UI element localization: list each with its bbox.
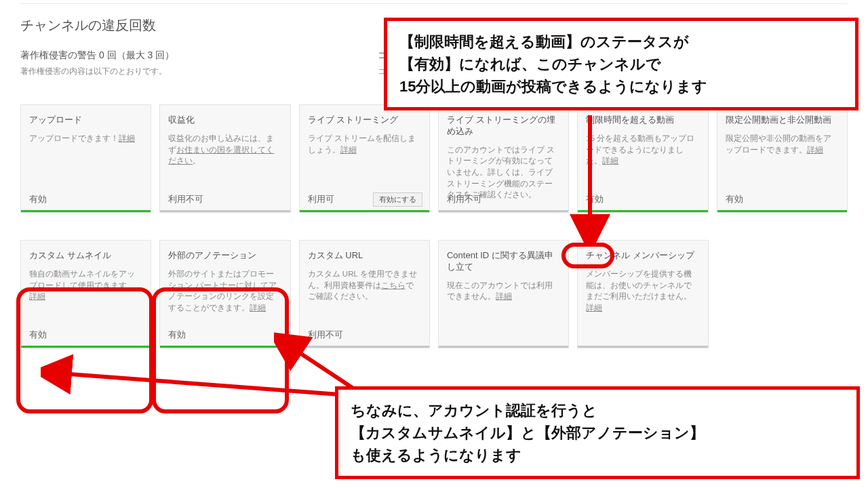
card-title: 収益化 bbox=[168, 115, 281, 126]
status-bar bbox=[717, 210, 847, 212]
card-title: Content ID に関する異議申し立て bbox=[447, 250, 560, 273]
card-upload: アップロード アップロードできます！詳細 有効 bbox=[20, 104, 151, 213]
card-title: ライブ ストリーミング bbox=[308, 115, 421, 126]
svg-line-2 bbox=[285, 343, 355, 390]
card-content-id-dispute: Content ID に関する異議申し立て 現在このアカウントでは利用できません… bbox=[438, 240, 569, 348]
card-live-embed: ライブ ストリーミングの埋め込み このアカウントではライブ ストリーミングが有効… bbox=[438, 104, 569, 213]
card-live-streaming: ライブ ストリーミング ライブ ストリームを配信しましょう。詳細 利用可 有効に… bbox=[299, 104, 430, 213]
card-desc: アップロードできます！詳細 bbox=[29, 133, 142, 144]
card-desc: 収益化のお申し込みには、まずお住まいの国を選択してください。 bbox=[168, 133, 281, 167]
card-status: 有効 bbox=[726, 194, 743, 205]
details-link[interactable]: 詳細 bbox=[496, 292, 512, 300]
card-title: 限定公開動画と非公開動画 bbox=[726, 115, 839, 126]
card-desc-tail: 。 bbox=[193, 157, 201, 165]
kochira-link[interactable]: こちら bbox=[381, 281, 406, 289]
page-root: チャンネルの違反回数 著作権侵害の警告 0 回（最大 3 回） 著作権侵害の内容… bbox=[0, 0, 868, 488]
card-desc: ライブ ストリームを配信しましょう。詳細 bbox=[308, 133, 421, 155]
status-bar bbox=[21, 210, 151, 212]
details-link[interactable]: 詳細 bbox=[119, 134, 135, 142]
annotation-callout-bottom: ちなみに、アカウント認証を行うと 【カスタムサムネイル】と【外部アノテーション】… bbox=[335, 386, 860, 479]
enable-button[interactable]: 有効にする bbox=[373, 192, 422, 207]
card-status: 利用不可 bbox=[168, 194, 203, 205]
details-link[interactable]: 詳細 bbox=[586, 304, 602, 312]
card-desc: 現在このアカウントでは利用できません。詳細 bbox=[447, 280, 560, 302]
highlight-box-enabled-status bbox=[561, 243, 614, 268]
country-link[interactable]: お住まいの国を選択してください bbox=[168, 146, 274, 165]
status-bar bbox=[439, 210, 568, 212]
card-title: カスタム URL bbox=[308, 250, 421, 262]
copyright-sub: 著作権侵害の内容は以下のとおりです。 bbox=[20, 66, 174, 77]
feature-cards-row1: アップロード アップロードできます！詳細 有効 収益化 収益化のお申し込みには、… bbox=[20, 104, 848, 213]
details-link[interactable]: 詳細 bbox=[340, 146, 357, 154]
status-bar bbox=[160, 210, 290, 212]
card-desc: 限定公開や非公開の動画をアップロードできます。詳細 bbox=[726, 133, 839, 155]
card-status: 利用不可 bbox=[447, 194, 482, 205]
card-title: アップロード bbox=[29, 115, 142, 126]
card-desc-text: メンバーシップを提供する機能は、お使いのチャンネルでまだご利用いただけません。 bbox=[586, 270, 692, 300]
card-desc-text: ライブ ストリームを配信しましょう。 bbox=[308, 134, 416, 154]
copyright-heading: 著作権侵害の警告 0 回（最大 3 回） bbox=[20, 49, 174, 62]
card-title: 外部のアノテーション bbox=[168, 250, 281, 262]
card-desc: カスタム URL を使用できません。利用資格要件はこちらでご確認ください。 bbox=[308, 268, 421, 302]
card-desc-text: 独自の動画サムネイルをアップロードして使用できます。 bbox=[29, 270, 135, 289]
card-unlisted-private: 限定公開動画と非公開動画 限定公開や非公開の動画をアップロードできます。詳細 有… bbox=[717, 104, 848, 213]
card-desc-text: アップロードできます！ bbox=[29, 134, 119, 142]
status-bar bbox=[578, 346, 707, 348]
copyright-strikes: 著作権侵害の警告 0 回（最大 3 回） 著作権侵害の内容は以下のとおりです。 bbox=[20, 49, 174, 77]
annotation-callout-top: 【制限時間を超える動画】のステータスが 【有効】になれば、このチャンネルで 15… bbox=[384, 18, 859, 110]
status-bar bbox=[439, 346, 568, 348]
card-status: 有効 bbox=[29, 194, 47, 205]
card-desc: メンバーシップを提供する機能は、お使いのチャンネルでまだご利用いただけません。詳… bbox=[586, 268, 699, 314]
card-desc: このアカウントではライブ ストリーミングが有効になっていません。詳しくは、ライブ… bbox=[447, 144, 560, 201]
card-title: ライブ ストリーミングの埋め込み bbox=[447, 115, 560, 138]
card-title: カスタム サムネイル bbox=[29, 250, 142, 262]
divider bbox=[20, 3, 848, 4]
arrow-top-icon bbox=[570, 115, 610, 245]
status-bar bbox=[300, 210, 429, 212]
card-monetization: 収益化 収益化のお申し込みには、まずお住まいの国を選択してください。 利用不可 bbox=[159, 104, 290, 213]
card-status: 利用可 bbox=[308, 194, 334, 205]
details-link[interactable]: 詳細 bbox=[807, 146, 823, 154]
